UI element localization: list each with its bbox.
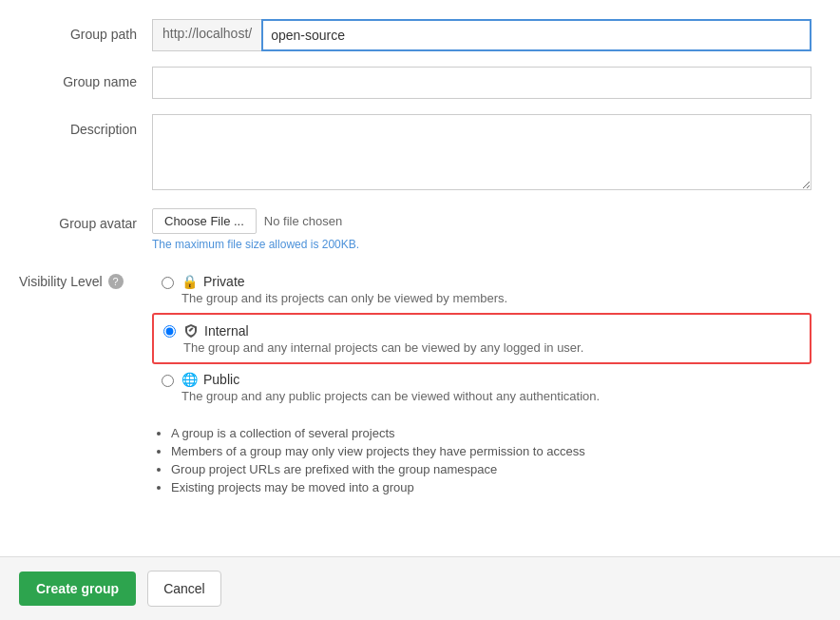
description-input[interactable] [152, 114, 811, 190]
visibility-radio-internal[interactable] [163, 325, 176, 338]
internal-description: The group and any internal projects can … [183, 340, 583, 355]
visibility-radio-private[interactable] [162, 277, 174, 289]
public-label: Public [203, 372, 239, 387]
private-description: The group and its projects can only be v… [181, 291, 507, 305]
public-description: The group and any public projects can be… [181, 389, 600, 403]
cancel-button[interactable]: Cancel [147, 571, 221, 607]
lock-icon: 🔒 [181, 274, 198, 289]
group-path-input[interactable] [261, 19, 811, 51]
private-option-title: 🔒 Private [181, 274, 507, 289]
shield-icon [183, 322, 199, 339]
group-avatar-label: Group avatar [19, 208, 152, 231]
group-name-input[interactable] [152, 67, 811, 99]
group-path-label: Group path [19, 19, 152, 42]
private-label: Private [203, 274, 245, 289]
bullet-item: Members of a group may only view project… [171, 444, 811, 458]
visibility-option-private[interactable]: 🔒 Private The group and its projects can… [152, 266, 811, 313]
visibility-option-public[interactable]: 🌐 Public The group and any public projec… [152, 364, 811, 411]
visibility-help-icon[interactable]: ? [108, 274, 124, 289]
visibility-radio-public[interactable] [162, 375, 174, 387]
visibility-options: 🔒 Private The group and its projects can… [152, 266, 811, 411]
internal-option-title: Internal [183, 322, 583, 339]
footer-bar: Create group Cancel [0, 556, 840, 620]
bullet-item: Group project URLs are prefixed with the… [171, 462, 811, 476]
visibility-level-label: Visibility Level ? [19, 266, 152, 289]
no-file-text: No file chosen [264, 214, 342, 228]
visibility-option-internal[interactable]: Internal The group and any internal proj… [152, 313, 811, 364]
info-bullet-list: A group is a collection of several proje… [152, 426, 811, 494]
globe-icon: 🌐 [181, 372, 198, 387]
bullet-item: A group is a collection of several proje… [171, 426, 811, 440]
public-option-title: 🌐 Public [181, 372, 600, 387]
description-label: Description [19, 114, 152, 137]
create-group-button[interactable]: Create group [19, 572, 136, 606]
choose-file-button[interactable]: Choose File ... [152, 208, 257, 234]
bullet-item: Existing projects may be moved into a gr… [171, 480, 811, 494]
group-path-prefix: http://localhost/ [152, 19, 261, 51]
file-size-hint: The maximum file size allowed is 200KB. [152, 238, 811, 251]
internal-label: Internal [204, 323, 249, 339]
group-name-label: Group name [19, 67, 152, 89]
